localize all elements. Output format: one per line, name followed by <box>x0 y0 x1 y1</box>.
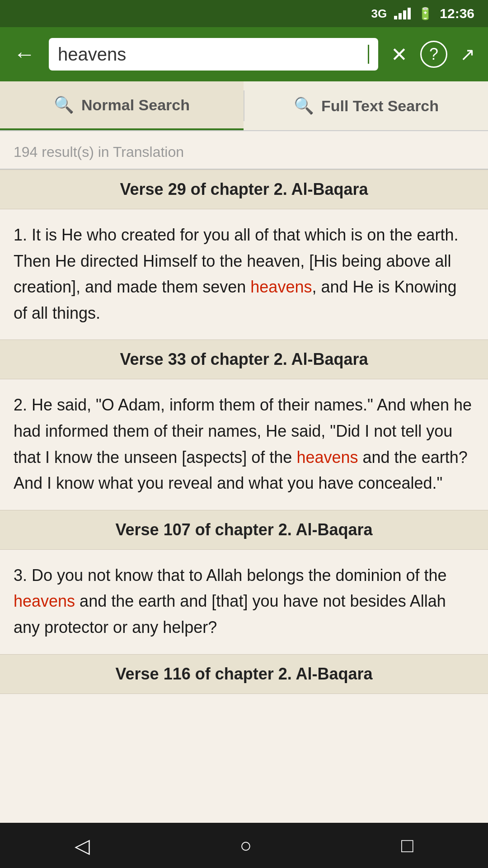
nav-recent-button[interactable]: □ <box>383 830 432 861</box>
tab-fulltext-label: Full Text Search <box>321 97 439 115</box>
search-input[interactable] <box>58 44 368 65</box>
search-icon-normal: 🔍 <box>54 95 74 114</box>
battery-icon: 🔋 <box>418 7 432 21</box>
verse-3-part-2: and the earth and [that] you have not be… <box>14 592 446 637</box>
verse-text-3: 3. Do you not know that to Allah belongs… <box>0 550 488 654</box>
help-button[interactable]: ? <box>420 41 447 68</box>
verse-header-3: Verse 107 of chapter 2. Al-Baqara <box>0 510 488 550</box>
nav-back-button[interactable]: ◁ <box>56 830 108 862</box>
bottom-nav: ◁ ○ □ <box>0 823 488 868</box>
back-button[interactable]: ← <box>9 39 40 70</box>
verse-text-2: 2. He said, "O Adam, inform them of thei… <box>0 379 488 509</box>
share-button[interactable]: ↗ <box>456 40 479 68</box>
text-cursor <box>368 45 369 64</box>
signal-indicator: 3G <box>371 7 387 21</box>
search-icon-fulltext: 🔍 <box>294 96 314 115</box>
verse-3-part-1: 3. Do you not know that to Allah belongs… <box>14 566 447 585</box>
clear-button[interactable]: ✕ <box>387 39 411 70</box>
search-input-container <box>49 38 378 71</box>
results-count: 194 result(s) in Translation <box>0 131 488 170</box>
tab-bar: 🔍 Normal Search 🔍 Full Text Search <box>0 81 488 131</box>
verse-header-4: Verse 116 of chapter 2. Al-Baqara <box>0 654 488 694</box>
status-bar: 3G 🔋 12:36 <box>0 0 488 27</box>
verse-1-highlight: heavens <box>250 278 312 296</box>
verse-2-highlight: heavens <box>296 448 358 467</box>
tab-normal-search[interactable]: 🔍 Normal Search <box>0 81 244 130</box>
bottom-spacer <box>0 694 488 744</box>
tab-normal-label: Normal Search <box>81 96 190 114</box>
tab-full-text-search[interactable]: 🔍 Full Text Search <box>244 81 488 130</box>
verse-header-1: Verse 29 of chapter 2. Al-Baqara <box>0 170 488 209</box>
verse-header-2: Verse 33 of chapter 2. Al-Baqara <box>0 340 488 379</box>
status-time: 12:36 <box>440 6 474 21</box>
search-header: ← ✕ ? ↗ <box>0 27 488 81</box>
verse-text-1: 1. It is He who created for you all of t… <box>0 209 488 340</box>
nav-home-button[interactable]: ○ <box>221 830 270 861</box>
content-area: Verse 29 of chapter 2. Al-Baqara 1. It i… <box>0 170 488 744</box>
search-actions: ✕ ? ↗ <box>387 39 479 70</box>
signal-bars <box>394 8 411 19</box>
verse-3-highlight: heavens <box>14 592 75 610</box>
